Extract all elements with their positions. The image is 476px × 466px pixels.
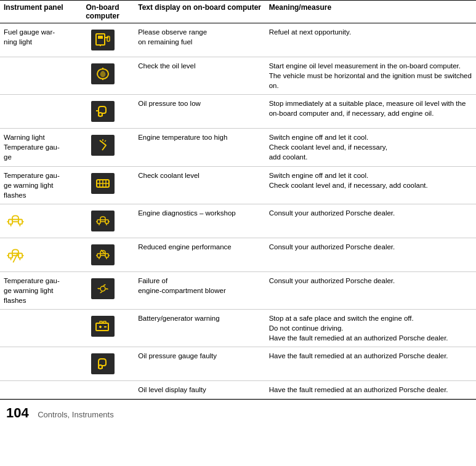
meaning-cell: Refuel at next opportunity. bbox=[265, 23, 476, 57]
meaning-cell: Consult your authorized Porsche dealer. bbox=[265, 271, 476, 309]
instrument-panel-cell bbox=[0, 310, 71, 347]
instrument-panel-cell bbox=[0, 381, 71, 399]
table-row: Warning light Temperature gau- ge Engine… bbox=[0, 129, 476, 166]
svg-rect-25 bbox=[9, 253, 12, 257]
instrument-panel-cell bbox=[0, 204, 71, 238]
table-row: Fuel gauge war- ning light Please observ… bbox=[0, 23, 476, 57]
header-onboard: On-board computer bbox=[71, 1, 134, 23]
table-row: Engine diagnostics – workshopConsult you… bbox=[0, 204, 476, 238]
meaning-cell: Switch engine off and let it cool. Check… bbox=[265, 129, 476, 166]
svg-rect-21 bbox=[97, 220, 100, 223]
table-row: Reduced engine performanceConsult your a… bbox=[0, 238, 476, 271]
table-row: Oil pressure too lowStop immediately at … bbox=[0, 95, 476, 129]
svg-rect-26 bbox=[18, 253, 22, 257]
instrument-panel-cell bbox=[0, 347, 71, 381]
onboard-icon-cell bbox=[71, 166, 134, 204]
table-row: Oil pressure gauge faultyHave the fault … bbox=[0, 347, 476, 381]
svg-line-11 bbox=[105, 140, 106, 142]
onboard-icon-cell bbox=[71, 23, 134, 57]
text-display-cell: Engine temperature too high bbox=[134, 129, 265, 166]
text-display-cell: Check coolant level bbox=[134, 166, 265, 204]
meaning-cell: Consult your authorized Porsche dealer. bbox=[265, 238, 476, 271]
meaning-cell: Have the fault remedied at an authorized… bbox=[265, 347, 476, 381]
table-row: Temperature gau- ge warning light flashe… bbox=[0, 166, 476, 204]
meaning-cell: Switch engine off and let it cool. Check… bbox=[265, 166, 476, 204]
onboard-icon-cell bbox=[71, 271, 134, 309]
onboard-icon-cell bbox=[71, 204, 134, 238]
text-display-cell: Oil pressure too low bbox=[134, 95, 265, 129]
svg-rect-0 bbox=[96, 34, 105, 45]
onboard-icon-cell bbox=[71, 95, 134, 129]
table-row: Oil level display faultyHave the fault r… bbox=[0, 381, 476, 399]
svg-rect-1 bbox=[98, 36, 103, 39]
svg-rect-18 bbox=[18, 219, 22, 223]
meaning-cell: Stop at a safe place and switch the engi… bbox=[265, 310, 476, 347]
header-text: Text display on on-board computer bbox=[134, 1, 265, 23]
footer: 104 Controls, Instruments bbox=[0, 400, 476, 426]
header-instrument: Instrument panel bbox=[0, 1, 71, 23]
svg-point-8 bbox=[99, 113, 102, 116]
onboard-icon-cell bbox=[71, 381, 134, 399]
instrument-panel-cell bbox=[0, 95, 71, 129]
text-display-cell: Failure of engine-compartment blower bbox=[134, 271, 265, 309]
text-display-cell: Please observe range on remaining fuel bbox=[134, 23, 265, 57]
onboard-icon-cell bbox=[71, 129, 134, 166]
instrument-panel-cell bbox=[0, 238, 71, 271]
text-display-cell: Battery/generator warning bbox=[134, 310, 265, 347]
text-display-cell: Reduced engine performance bbox=[134, 238, 265, 271]
table-row: Check the oil levelStart engine oil leve… bbox=[0, 57, 476, 95]
main-table: Instrument panel On-board computer Text … bbox=[0, 0, 476, 400]
svg-rect-30 bbox=[105, 254, 108, 257]
svg-rect-29 bbox=[97, 254, 100, 257]
svg-point-41 bbox=[99, 365, 102, 369]
text-display-cell: Check the oil level bbox=[134, 57, 265, 95]
onboard-icon-cell bbox=[71, 310, 134, 347]
instrument-panel-cell: Temperature gau- ge warning light flashe… bbox=[0, 271, 71, 309]
page-number: 104 bbox=[6, 405, 29, 420]
svg-rect-36 bbox=[100, 321, 102, 323]
meaning-cell: Have the fault remedied at an authorized… bbox=[265, 381, 476, 399]
svg-rect-17 bbox=[9, 219, 12, 223]
table-row: Temperature gau- ge warning light flashe… bbox=[0, 271, 476, 309]
page-label: Controls, Instruments bbox=[38, 410, 114, 419]
instrument-panel-cell: Temperature gau- ge warning light flashe… bbox=[0, 166, 71, 204]
svg-rect-22 bbox=[105, 220, 108, 223]
instrument-panel-cell: Fuel gauge war- ning light bbox=[0, 23, 71, 57]
instrument-panel-cell: Warning light Temperature gau- ge bbox=[0, 129, 71, 166]
meaning-cell: Start engine oil level measurement in th… bbox=[265, 57, 476, 95]
meaning-cell: Consult your authorized Porsche dealer. bbox=[265, 204, 476, 238]
table-row: Battery/generator warningStop at a safe … bbox=[0, 310, 476, 347]
header-meaning: Meaning/measure bbox=[265, 1, 476, 23]
text-display-cell: Oil pressure gauge faulty bbox=[134, 347, 265, 381]
svg-point-34 bbox=[100, 286, 105, 291]
meaning-cell: Stop immediately at a suitable place, me… bbox=[265, 95, 476, 129]
onboard-icon-cell bbox=[71, 57, 134, 95]
instrument-panel-cell bbox=[0, 57, 71, 95]
text-display-cell: Oil level display faulty bbox=[134, 381, 265, 399]
text-display-cell: Engine diagnostics – workshop bbox=[134, 204, 265, 238]
onboard-icon-cell bbox=[71, 238, 134, 271]
onboard-icon-cell bbox=[71, 347, 134, 381]
svg-rect-37 bbox=[103, 321, 106, 323]
